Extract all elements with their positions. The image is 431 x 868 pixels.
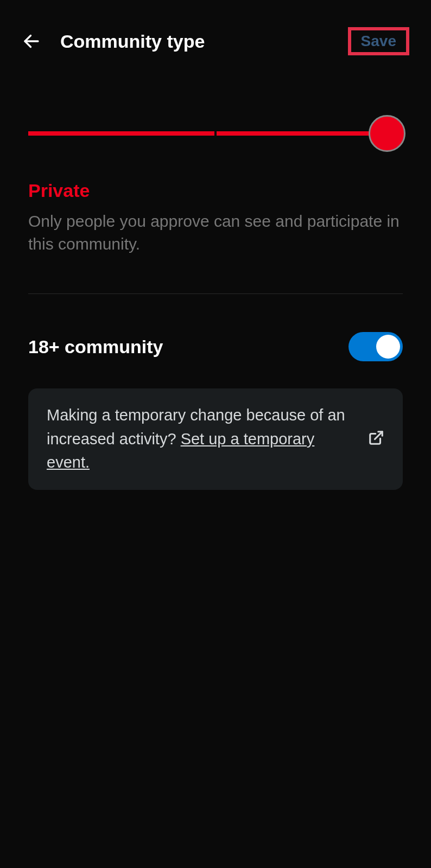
toggle-knob [376, 335, 400, 359]
header: Community type Save [0, 16, 431, 66]
age-restriction-row: 18+ community [28, 332, 403, 361]
slider-segment [28, 131, 214, 136]
save-button[interactable]: Save [351, 30, 406, 52]
age-toggle-switch[interactable] [348, 332, 403, 361]
slider-track [28, 131, 403, 136]
info-box: Making a temporary change because of an … [28, 388, 403, 490]
selection-description: Only people you approve can see and part… [28, 210, 403, 256]
community-type-slider[interactable] [28, 115, 403, 153]
back-arrow-icon[interactable] [22, 31, 41, 51]
slider-thumb[interactable] [369, 115, 405, 152]
page-title: Community type [60, 31, 329, 52]
content-area: Private Only people you approve can see … [0, 66, 431, 512]
svg-line-1 [375, 432, 383, 439]
divider [28, 293, 403, 294]
external-link-icon[interactable] [368, 430, 384, 448]
status-bar [0, 0, 431, 16]
info-text: Making a temporary change because of an … [47, 404, 352, 475]
toggle-label: 18+ community [28, 336, 163, 358]
selection-title: Private [28, 180, 403, 201]
save-highlight-box: Save [348, 27, 409, 55]
